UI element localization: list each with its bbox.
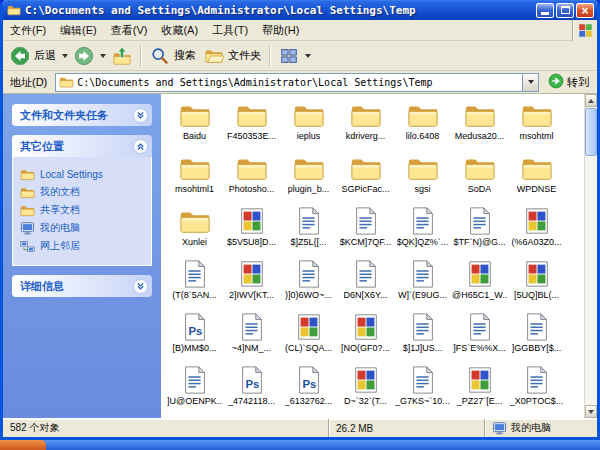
file-item[interactable]: W]`(E9UG... bbox=[394, 258, 451, 310]
file-item[interactable]: kdriverg... bbox=[337, 99, 394, 151]
file-item[interactable]: $TF`N)@G... bbox=[451, 205, 508, 257]
scroll-track[interactable] bbox=[585, 107, 597, 405]
panel-title: 详细信息 bbox=[20, 279, 64, 294]
file-item[interactable]: )]0)6WO~... bbox=[280, 258, 337, 310]
file-item[interactable]: $QK]QZ%`... bbox=[394, 205, 451, 257]
image-icon bbox=[350, 311, 382, 342]
file-item[interactable]: $]1J]US... bbox=[394, 311, 451, 363]
chevron-down-icon[interactable] bbox=[133, 279, 148, 294]
back-button[interactable]: 后退 bbox=[6, 44, 60, 68]
file-item[interactable]: SGPicFac... bbox=[337, 152, 394, 204]
folder-icon bbox=[350, 99, 382, 130]
file-item[interactable]: _X0PTOC$... bbox=[508, 364, 565, 416]
menu-item-file[interactable]: 文件(F) bbox=[3, 20, 53, 41]
file-item[interactable]: @H65C1_W... bbox=[451, 258, 508, 310]
file-item[interactable]: [NO(GF0?... bbox=[337, 311, 394, 363]
file-item[interactable]: SoDA bbox=[451, 152, 508, 204]
file-item[interactable]: (T(8`5AN... bbox=[166, 258, 223, 310]
views-dropdown-arrow bbox=[305, 54, 311, 58]
back-dropdown-arrow[interactable] bbox=[62, 54, 68, 58]
desktop: C:\Documents and Settings\Administrator\… bbox=[0, 0, 600, 450]
file-item[interactable]: ]FS`E%%X... bbox=[451, 311, 508, 363]
window-folder-icon bbox=[7, 4, 21, 16]
file-label: [5UQ]BL(... bbox=[514, 290, 559, 301]
menu-item-favorites[interactable]: 收藏(A) bbox=[154, 20, 205, 41]
panel-header-details[interactable]: 详细信息 bbox=[12, 275, 152, 297]
scroll-up-button[interactable] bbox=[585, 94, 597, 107]
file-item[interactable]: lilo.6408 bbox=[394, 99, 451, 151]
ps-icon: Ps bbox=[179, 311, 211, 342]
file-label: $KCM]7QF... bbox=[340, 237, 392, 248]
chevron-down-icon bbox=[528, 80, 534, 84]
folder-icon bbox=[521, 152, 553, 183]
up-button[interactable] bbox=[108, 44, 136, 68]
file-item[interactable]: msohtml1 bbox=[166, 152, 223, 204]
menu-item-tools[interactable]: 工具(T) bbox=[205, 20, 255, 41]
start-button[interactable] bbox=[0, 440, 46, 450]
folders-button[interactable]: 文件夹 bbox=[200, 44, 265, 68]
file-item[interactable]: Ps_6132762... bbox=[280, 364, 337, 416]
scroll-down-button[interactable] bbox=[585, 405, 597, 418]
file-item[interactable]: (CL)`SQA... bbox=[280, 311, 337, 363]
chevron-down-icon[interactable] bbox=[133, 108, 148, 123]
file-item[interactable]: (%6A03Z0... bbox=[508, 205, 565, 257]
menu-item-edit[interactable]: 编辑(E) bbox=[53, 20, 104, 41]
minimize-button[interactable] bbox=[536, 3, 554, 18]
file-item[interactable]: [5UQ]BL(... bbox=[508, 258, 565, 310]
address-dropdown-button[interactable] bbox=[522, 74, 538, 91]
close-button[interactable] bbox=[576, 3, 594, 18]
sidebar-item-network-places[interactable]: 网上邻居 bbox=[20, 239, 147, 253]
file-item[interactable]: F450353E... bbox=[223, 99, 280, 151]
sidebar-item-my-documents[interactable]: 我的文档 bbox=[20, 185, 147, 199]
file-item[interactable]: Medusa20... bbox=[451, 99, 508, 151]
file-item[interactable]: ieplus bbox=[280, 99, 337, 151]
sidebar-item-shared-documents[interactable]: 共享文档 bbox=[20, 203, 147, 217]
computer-icon bbox=[20, 222, 35, 235]
file-item[interactable]: ]GGBBY[$... bbox=[508, 311, 565, 363]
file-label: (%6A03Z0... bbox=[511, 237, 561, 248]
file-item[interactable]: Baidu bbox=[166, 99, 223, 151]
status-location-label: 我的电脑 bbox=[511, 421, 551, 435]
file-item[interactable]: 2]IWV[KT... bbox=[223, 258, 280, 310]
address-input[interactable]: C:\Documents and Settings\Administrator\… bbox=[55, 73, 539, 92]
file-item[interactable]: ~4]NM_... bbox=[223, 311, 280, 363]
file-item[interactable]: Ps_4742118... bbox=[223, 364, 280, 416]
maximize-button[interactable] bbox=[556, 3, 574, 18]
chevron-up-icon[interactable] bbox=[133, 139, 148, 154]
file-item[interactable]: plugin_b... bbox=[280, 152, 337, 204]
file-item[interactable]: D~`32`(T... bbox=[337, 364, 394, 416]
vertical-scrollbar[interactable] bbox=[584, 94, 597, 418]
file-item[interactable]: _G7KS~`10... bbox=[394, 364, 451, 416]
doc-icon bbox=[350, 205, 382, 236]
panel-title: 文件和文件夹任务 bbox=[20, 108, 108, 123]
go-button[interactable]: 转到 bbox=[543, 73, 594, 91]
file-item[interactable]: _PZ27`[E... bbox=[451, 364, 508, 416]
panel-header-file-and-folder-tasks[interactable]: 文件和文件夹任务 bbox=[12, 104, 152, 126]
forward-dropdown-arrow[interactable] bbox=[100, 54, 106, 58]
file-item[interactable]: WPDNSE bbox=[508, 152, 565, 204]
folder-icon bbox=[179, 99, 211, 130]
file-item[interactable]: D6N[X6Y... bbox=[337, 258, 394, 310]
file-label: Xunlei bbox=[182, 237, 207, 248]
sidebar-item-my-computer[interactable]: 我的电脑 bbox=[20, 221, 147, 235]
file-item[interactable]: Ps[B)MM$0... bbox=[166, 311, 223, 363]
file-item[interactable]: $KCM]7QF... bbox=[337, 205, 394, 257]
forward-button[interactable] bbox=[70, 44, 98, 68]
sidebar-item-local-settings[interactable]: Local Settings bbox=[20, 168, 147, 181]
file-item[interactable]: Photosho... bbox=[223, 152, 280, 204]
menu-item-view[interactable]: 查看(V) bbox=[104, 20, 155, 41]
scroll-thumb[interactable] bbox=[585, 108, 597, 156]
file-item[interactable]: msohtml bbox=[508, 99, 565, 151]
file-item[interactable]: ]U@OENPK... bbox=[166, 364, 223, 416]
file-item[interactable]: Xunlei bbox=[166, 205, 223, 257]
folder-icon bbox=[236, 152, 268, 183]
file-item[interactable]: $]Z5L{[... bbox=[280, 205, 337, 257]
menu-item-help[interactable]: 帮助(H) bbox=[255, 20, 306, 41]
status-total-size: 26.2 MB bbox=[329, 419, 484, 437]
views-button[interactable] bbox=[275, 44, 317, 68]
panel-header-other-places[interactable]: 其它位置 bbox=[12, 135, 152, 157]
search-button[interactable]: 搜索 bbox=[146, 44, 200, 68]
file-item[interactable]: sgsi bbox=[394, 152, 451, 204]
status-object-count: 582 个对象 bbox=[3, 419, 328, 437]
file-item[interactable]: $5V5U8]D... bbox=[223, 205, 280, 257]
